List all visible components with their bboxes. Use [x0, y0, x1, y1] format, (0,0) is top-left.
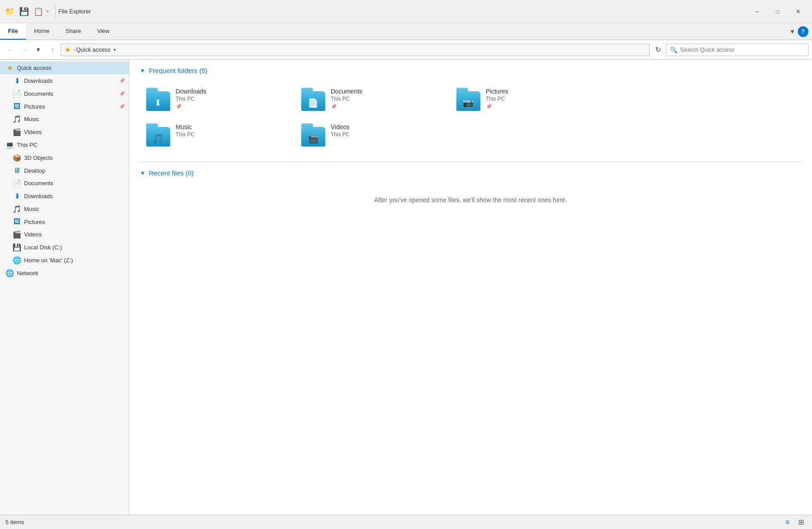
minimize-button[interactable]: ─ — [747, 4, 767, 19]
folder-card-videos[interactable]: 🎬 Videos This PC — [295, 119, 447, 151]
sidebar-item-documents-qa[interactable]: 📄 Documents 📌 — [0, 87, 129, 100]
frequent-folders-title: Frequent folders (5) — [149, 67, 208, 74]
videos-pc-icon: 🎬 — [12, 230, 21, 239]
folder-thumb-music: 🎵 — [145, 123, 170, 146]
sidebar-item-documents-pc[interactable]: 📄 Documents — [0, 177, 129, 190]
sidebar-item-music-pc[interactable]: 🎵 Music — [0, 203, 129, 216]
search-box[interactable]: 🔍 — [666, 44, 808, 56]
recent-files-empty-message: After you've opened some files, we'll sh… — [140, 196, 801, 203]
sidebar-item-this-pc[interactable]: 💻 This PC — [0, 138, 129, 151]
folder-location-music: This PC — [176, 131, 286, 138]
sidebar-local-disk-label: Local Disk (C:) — [24, 244, 125, 251]
sidebar-item-home-mac[interactable]: 🌐 Home on 'Mac' (Z:) — [0, 254, 129, 267]
sidebar-home-mac-label: Home on 'Mac' (Z:) — [24, 257, 125, 264]
sidebar-item-downloads-pc[interactable]: ⬇ Downloads — [0, 190, 129, 203]
sidebar-videos-qa-label: Videos — [24, 129, 125, 135]
ribbon-dropdown-icon[interactable]: ▾ — [791, 27, 794, 36]
large-icons-view-button[interactable]: ⊞ — [795, 517, 807, 527]
tab-home[interactable]: Home — [26, 23, 57, 40]
sidebar-music-qa-label: Music — [24, 116, 125, 122]
folder-card-pictures[interactable]: 📷 Pictures This PC 📌 — [450, 83, 602, 115]
sidebar-item-quick-access[interactable]: ★ Quick access — [0, 61, 129, 74]
address-path: Quick access — [76, 46, 111, 53]
recent-locations-button[interactable]: ▼ — [32, 44, 45, 56]
maximize-button[interactable]: □ — [767, 4, 788, 19]
sidebar-music-pc-label: Music — [24, 206, 125, 212]
address-breadcrumb: ★ › Quick access — [65, 45, 111, 54]
music-folder-icon: 🎵 — [152, 133, 164, 144]
sidebar-quick-access-label: Quick access — [17, 65, 125, 71]
address-input[interactable]: ★ › Quick access ▾ — [61, 44, 650, 56]
sidebar-item-pictures-pc[interactable]: 🖼 Pictures — [0, 216, 129, 228]
sidebar-item-desktop[interactable]: 🖥 Desktop — [0, 164, 129, 177]
folder-name-music: Music — [176, 123, 286, 130]
sidebar: ★ Quick access ⬇ Downloads 📌 📄 Documents… — [0, 60, 129, 515]
refresh-button[interactable]: ↻ — [652, 44, 664, 56]
status-item-count: 5 items — [5, 519, 24, 525]
folder-info-documents: Documents This PC 📌 — [331, 88, 441, 110]
tab-view[interactable]: View — [89, 23, 118, 40]
search-input[interactable] — [680, 46, 804, 53]
folder-info-videos: Videos This PC — [331, 123, 441, 138]
folder-card-downloads[interactable]: ⬇ Downloads This PC 📌 — [140, 83, 291, 115]
sidebar-item-3d-objects[interactable]: 📦 3D Objects — [0, 151, 129, 164]
sidebar-item-downloads-qa[interactable]: ⬇ Downloads 📌 — [0, 74, 129, 87]
sidebar-desktop-label: Desktop — [24, 167, 125, 174]
forward-button[interactable]: → — [18, 44, 30, 56]
frequent-folders-header: ▼ Frequent folders (5) — [140, 67, 801, 76]
star-icon: ★ — [65, 45, 71, 54]
sidebar-documents-pc-label: Documents — [24, 180, 125, 187]
folder-thumb-documents: 📄 — [300, 88, 325, 111]
section-divider — [140, 162, 801, 162]
folder-name-downloads: Downloads — [176, 88, 286, 95]
music-icon: 🎵 — [12, 115, 21, 123]
videos-folder-icon: 🎬 — [308, 133, 319, 144]
up-button[interactable]: ↑ — [46, 44, 59, 56]
sidebar-item-network[interactable]: 🌐 Network — [0, 267, 129, 280]
back-button[interactable]: ← — [4, 44, 16, 56]
folder-info-music: Music This PC — [176, 123, 286, 138]
recent-files-toggle[interactable]: ▼ — [140, 170, 145, 176]
documents-folder-icon: 📄 — [308, 98, 319, 108]
downloads-icon: ⬇ — [12, 77, 21, 85]
documents-icon: 📄 — [12, 90, 21, 98]
folder-thumb-pictures: 📷 — [455, 88, 480, 111]
sidebar-item-videos-pc[interactable]: 🎬 Videos — [0, 228, 129, 241]
title-icons: 📁 💾 📋 ▾ — [4, 5, 49, 18]
star-icon: ★ — [5, 64, 14, 72]
local-disk-icon: 💾 — [12, 243, 21, 252]
sidebar-item-pictures-qa[interactable]: 🖼 Pictures 📌 — [0, 100, 129, 113]
folder-card-documents[interactable]: 📄 Documents This PC 📌 — [295, 83, 447, 115]
details-view-button[interactable]: ≡ — [782, 517, 793, 527]
save-icon: 💾 — [18, 5, 30, 18]
sidebar-item-local-disk[interactable]: 💾 Local Disk (C:) — [0, 241, 129, 254]
close-button[interactable]: ✕ — [788, 4, 808, 19]
ribbon-tabs: File Home Share View ▾ ? — [0, 23, 812, 40]
content-area: ▼ Frequent folders (5) ⬇ Downloads This … — [129, 60, 812, 515]
search-icon: 🔍 — [670, 46, 677, 53]
help-button[interactable]: ? — [798, 26, 808, 37]
pin-icon: 📌 — [119, 91, 125, 97]
tab-file[interactable]: File — [0, 23, 26, 40]
folder-icon: 📁 — [4, 5, 16, 18]
folder-card-music[interactable]: 🎵 Music This PC — [140, 119, 291, 151]
sidebar-downloads-qa-label: Downloads — [24, 77, 116, 84]
tab-share[interactable]: Share — [57, 23, 89, 40]
folder-name-videos: Videos — [331, 123, 441, 130]
sidebar-item-videos-qa[interactable]: 🎬 Videos — [0, 126, 129, 138]
folder-info-downloads: Downloads This PC 📌 — [176, 88, 286, 110]
pictures-pc-icon: 🖼 — [12, 218, 21, 226]
folder-info-pictures: Pictures This PC 📌 — [486, 88, 596, 110]
sidebar-pictures-pc-label: Pictures — [24, 219, 125, 225]
folder-location-documents: This PC — [331, 96, 441, 102]
sidebar-downloads-pc-label: Downloads — [24, 193, 125, 199]
folder-location-pictures: This PC — [486, 96, 596, 102]
desktop-icon: 🖥 — [12, 167, 21, 175]
frequent-folders-toggle[interactable]: ▼ — [140, 68, 145, 74]
folder-thumb-videos: 🎬 — [300, 123, 325, 146]
sidebar-item-music-qa[interactable]: 🎵 Music — [0, 113, 129, 126]
documents-pc-icon: 📄 — [12, 179, 21, 187]
home-mac-icon: 🌐 — [12, 256, 21, 264]
address-dropdown-button[interactable]: ▾ — [111, 44, 119, 56]
status-bar-right: ≡ ⊞ — [782, 517, 807, 527]
